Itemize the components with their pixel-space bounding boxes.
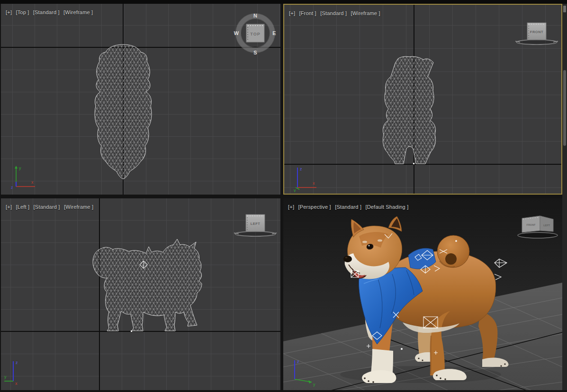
top-edge-band — [0, 0, 567, 4]
viewport-menu-popup[interactable]: [+] — [6, 9, 12, 15]
viewport-perspective[interactable]: FRONT LEFT z y [+] [Perspective ] [Stand… — [283, 198, 562, 390]
axis-tripod: y x z — [7, 162, 40, 191]
right-scrollbar — [562, 4, 567, 390]
axis-label-x: x — [15, 381, 18, 386]
axis-label-z: z — [11, 185, 13, 190]
axis-label-y: y — [4, 374, 7, 379]
viewcube-face-left-label[interactable]: LEFT — [251, 222, 261, 226]
axis-label-x: x — [313, 181, 315, 186]
compass-west[interactable]: W — [234, 30, 239, 36]
viewport-menu-shading[interactable]: [Wireframe ] — [351, 10, 380, 16]
viewport-menu-renderer[interactable]: [Standard ] — [335, 204, 361, 210]
pivot-dot — [131, 330, 132, 332]
viewcube-orbit-ring[interactable] — [235, 232, 276, 236]
viewport-menu-popup[interactable]: [+] — [289, 10, 295, 16]
viewcube-face-b-label[interactable]: LEFT — [543, 224, 550, 227]
viewcube-compass[interactable]: TOP N S E W — [232, 9, 279, 57]
dog-front-silhouette[interactable] — [383, 56, 435, 164]
viewport-menu-shading[interactable]: [Wireframe ] — [63, 9, 93, 15]
scrollbar-button[interactable] — [563, 6, 566, 12]
viewcube[interactable]: FRONT LEFT — [515, 212, 560, 241]
quad-viewport-app: TOP N S E W y x z [+] [Top ] [Standard ]… — [0, 0, 567, 392]
viewcube-face-front-label[interactable]: FRONT — [530, 30, 543, 34]
axis-tripod: z x y — [288, 163, 321, 192]
axis-label-x: x — [31, 180, 34, 185]
viewcube-orbit-ring[interactable] — [518, 232, 558, 238]
viewport-menu-shading[interactable]: [Wireframe ] — [64, 204, 93, 210]
viewport-menu-view[interactable]: [Top ] — [16, 9, 29, 15]
viewport-menu-view[interactable]: [Left ] — [16, 204, 29, 210]
viewport-menu-view[interactable]: [Front ] — [299, 10, 316, 16]
viewport-menu-renderer[interactable]: [Standard ] — [33, 9, 60, 15]
axis-label-z: z — [297, 359, 299, 364]
viewport-label: [+] [Front ] [Standard ] [Wireframe ] — [289, 10, 383, 16]
viewcube-orbit-ring[interactable] — [516, 40, 557, 45]
viewport-menu-popup[interactable]: [+] — [288, 204, 294, 210]
axis-label-z: z — [300, 167, 302, 171]
axis-label-z: z — [16, 360, 18, 365]
viewport-label: [+] [Top ] [Standard ] [Wireframe ] — [6, 9, 95, 15]
compass-north[interactable]: N — [253, 13, 257, 18]
viewport-menu-renderer[interactable]: [Standard ] — [320, 10, 347, 16]
dog-left-silhouette[interactable] — [93, 239, 202, 331]
dog-top-silhouette[interactable] — [95, 45, 152, 179]
viewcube-face-top-label[interactable]: TOP — [250, 32, 260, 36]
viewport-label: [+] [Left ] [Standard ] [Wireframe ] — [6, 204, 96, 210]
axis-tripod: z y x — [3, 356, 36, 386]
viewport-top[interactable]: TOP N S E W y x z [+] [Top ] [Standard ]… — [1, 4, 280, 195]
viewport-menu-shading[interactable]: [Default Shading ] — [365, 204, 408, 210]
viewport-menu-renderer[interactable]: [Standard ] — [34, 204, 60, 210]
viewcube-face-a-label[interactable]: FRONT — [527, 223, 536, 226]
axis-label-y: y — [313, 382, 315, 387]
compass-east[interactable]: E — [272, 30, 276, 36]
viewcube[interactable]: FRONT — [514, 20, 559, 48]
axis-tripod: z y — [286, 356, 322, 388]
viewport-menu-view[interactable]: [Perspective ] — [298, 204, 331, 210]
viewcube[interactable]: LEFT — [233, 212, 278, 240]
viewport-menu-popup[interactable]: [+] — [6, 204, 12, 210]
axis-label-y: y — [294, 188, 296, 192]
compass-south[interactable]: S — [253, 50, 257, 55]
viewport-front[interactable]: FRONT z x y [+] [Front ] [Standard ] [Wi… — [283, 4, 562, 195]
pivot-dot — [413, 163, 414, 164]
scrollbar-thumb[interactable] — [563, 70, 566, 146]
viewport-label: [+] [Perspective ] [Standard ] [Default … — [288, 204, 411, 210]
axis-label-y: y — [19, 166, 21, 170]
viewport-left[interactable]: LEFT z y x [+] [Left ] [Standard ] [Wire… — [1, 198, 280, 390]
